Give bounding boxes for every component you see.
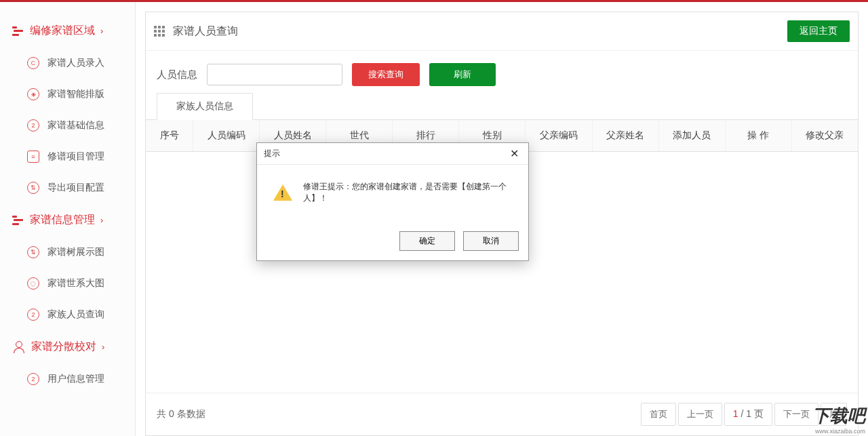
nav-item-lineage-chart[interactable]: ◌ 家谱世系大图 <box>0 268 135 299</box>
nav-section-info[interactable]: 家谱信息管理 › <box>0 203 135 237</box>
th-code: 人员编码 <box>193 120 260 151</box>
nav-item-export-config[interactable]: ⇅ 导出项目配置 <box>0 172 135 203</box>
ok-button[interactable]: 确定 <box>399 231 455 251</box>
nav-item-smart-layout[interactable]: ◈ 家谱智能排版 <box>0 79 135 110</box>
panel-header: 家谱人员查询 返回主页 <box>146 12 858 51</box>
nav-item-label: 用户信息管理 <box>47 373 104 385</box>
nav-item-label: 家谱树展示图 <box>47 246 104 258</box>
refresh-button[interactable]: 刷新 <box>429 63 496 86</box>
nav-item-project-manage[interactable]: ≡ 修谱项目管理 <box>0 141 135 172</box>
watermark: 下载吧 www.xiazaiba.com <box>812 404 865 435</box>
dialog-body: 修谱王提示：您的家谱创建家谱，是否需要【创建第一个人】！ <box>257 165 528 224</box>
circle-icon: 2 <box>27 309 39 321</box>
search-input[interactable] <box>207 64 342 85</box>
nav-item-user-manage[interactable]: 2 用户信息管理 <box>0 363 135 395</box>
nav-item-tree-view[interactable]: ⇅ 家谱树展示图 <box>0 237 135 268</box>
confirm-dialog: 提示 ✕ 修谱王提示：您的家谱创建家谱，是否需要【创建第一个人】！ 确定 取消 <box>256 142 529 261</box>
nav-section-label: 家谱分散校对 <box>31 340 96 354</box>
dialog-header: 提示 ✕ <box>257 143 528 165</box>
tab-family-info[interactable]: 家族人员信息 <box>157 93 253 120</box>
dialog-message: 修谱王提示：您的家谱创建家谱，是否需要【创建第一个人】！ <box>303 181 515 204</box>
nav-item-person-query[interactable]: 2 家族人员查询 <box>0 299 135 330</box>
page-info: 1 / 1 页 <box>724 403 772 426</box>
circle-icon: 2 <box>27 373 39 385</box>
dialog-footer: 确定 取消 <box>257 224 528 260</box>
bars-icon <box>12 216 23 225</box>
search-row: 人员信息 搜索查询 刷新 <box>146 51 858 93</box>
nav-item-basic-info[interactable]: 2 家谱基础信息 <box>0 110 135 141</box>
search-label: 人员信息 <box>157 68 197 81</box>
cancel-button[interactable]: 取消 <box>463 231 519 251</box>
nav-section-label: 家谱信息管理 <box>30 213 95 227</box>
close-icon[interactable]: ✕ <box>507 147 521 160</box>
footer: 共 0 条数据 首页 上一页 1 / 1 页 下一页 尾 <box>146 393 858 435</box>
person-icon <box>12 341 24 353</box>
circle-icon: ◌ <box>27 277 39 290</box>
page-prev-button[interactable]: 上一页 <box>678 403 722 426</box>
circle-icon: ◈ <box>27 88 39 100</box>
nav-section-edit[interactable]: 编修家谱区域 › <box>0 14 135 47</box>
warning-icon <box>273 184 292 201</box>
th-father-code: 父亲编码 <box>526 120 592 151</box>
th-father-name: 父亲姓名 <box>593 120 659 151</box>
chevron-right-icon: › <box>100 215 103 225</box>
circle-icon: ⇅ <box>27 182 39 194</box>
nav-section-proofread[interactable]: 家谱分散校对 › <box>0 330 135 363</box>
search-button[interactable]: 搜索查询 <box>352 63 420 86</box>
th-add-person: 添加人员 <box>659 120 726 151</box>
circle-icon: C <box>27 57 39 69</box>
tab-row: 家族人员信息 <box>146 93 858 120</box>
square-icon: ≡ <box>27 151 39 163</box>
chevron-right-icon: › <box>102 342 104 352</box>
nav-item-person-entry[interactable]: C 家谱人员录入 <box>0 47 135 79</box>
nav-item-label: 修谱项目管理 <box>47 151 104 163</box>
chevron-right-icon: › <box>100 26 103 36</box>
page-first-button[interactable]: 首页 <box>641 403 676 426</box>
page-title: 家谱人员查询 <box>173 24 787 39</box>
bars-icon <box>12 26 23 36</box>
nav-item-label: 家谱世系大图 <box>47 277 104 290</box>
back-home-button[interactable]: 返回主页 <box>787 20 850 42</box>
grid-icon <box>154 26 165 37</box>
th-operate: 操 作 <box>726 120 792 151</box>
nav-item-label: 导出项目配置 <box>47 182 104 194</box>
nav-item-label: 家族人员查询 <box>47 309 104 321</box>
circle-icon: ⇅ <box>27 246 39 258</box>
nav-item-label: 家谱人员录入 <box>47 57 104 69</box>
sidebar: 编修家谱区域 › C 家谱人员录入 ◈ 家谱智能排版 2 家谱基础信息 ≡ 修谱… <box>0 2 136 436</box>
nav-section-label: 编修家谱区域 <box>30 24 95 38</box>
record-count: 共 0 条数据 <box>157 408 639 420</box>
nav-item-label: 家谱智能排版 <box>47 88 104 100</box>
dialog-title: 提示 <box>264 148 507 159</box>
nav-item-label: 家谱基础信息 <box>47 119 104 132</box>
circle-icon: 2 <box>27 119 39 132</box>
th-edit-father: 修改父亲 <box>792 120 858 151</box>
th-index: 序号 <box>146 120 193 151</box>
